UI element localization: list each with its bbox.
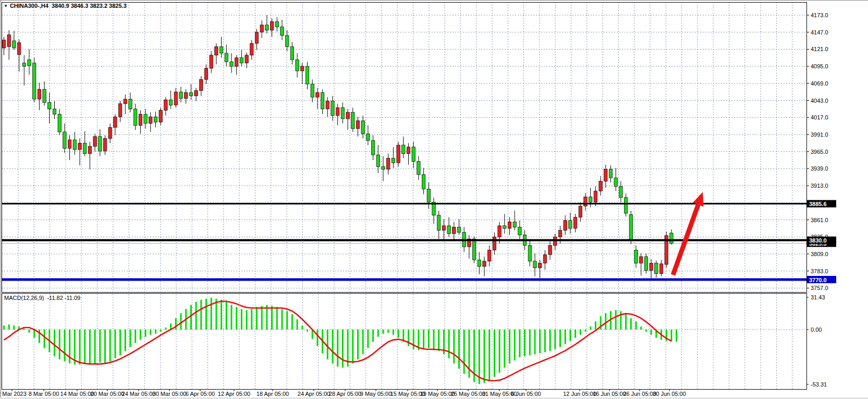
macd-histogram-bar	[297, 319, 298, 330]
candle	[108, 124, 112, 143]
candle	[17, 40, 20, 72]
candle	[331, 96, 334, 121]
macd-histogram-bar	[645, 330, 647, 332]
macd-histogram-bar	[13, 325, 15, 330]
candle	[376, 145, 380, 173]
candle	[230, 53, 233, 73]
macd-tick-label: -53.31	[811, 381, 827, 388]
macd-histogram-bar	[615, 310, 617, 329]
candle	[453, 222, 456, 240]
macd-histogram-bar	[448, 330, 450, 358]
candle	[255, 29, 258, 50]
price-tick-label: 4017.0	[811, 114, 828, 120]
macd-histogram-bar	[160, 330, 162, 332]
candle	[412, 142, 415, 168]
macd-histogram-bar	[282, 309, 283, 329]
candle	[159, 107, 162, 125]
symbol-dropdown-icon[interactable]: ▼	[4, 4, 8, 8]
macd-histogram-bar	[226, 302, 227, 330]
candle	[179, 87, 182, 102]
macd-histogram-bar	[291, 314, 293, 330]
macd-histogram-bar	[387, 330, 389, 333]
candle	[33, 58, 36, 103]
candle	[154, 112, 157, 127]
macd-histogram-bar	[549, 330, 551, 351]
candle	[88, 142, 91, 170]
time-tick-label: 19 May 05:00	[420, 391, 455, 397]
candle	[387, 153, 390, 174]
time-tick-label: 12 Apr 05:00	[218, 391, 250, 397]
candle	[361, 115, 364, 138]
candle	[28, 49, 31, 75]
macd-histogram-bar	[514, 330, 516, 360]
price-tick-label: 4069.0	[811, 80, 828, 87]
macd-histogram-bar	[150, 330, 151, 335]
candle	[427, 183, 430, 209]
macd-histogram-bar	[3, 325, 5, 330]
macd-histogram-bar	[175, 318, 177, 330]
svg-text:3885.6: 3885.6	[809, 201, 827, 207]
candle	[336, 104, 339, 126]
candle	[53, 101, 56, 119]
macd-histogram-bar	[423, 330, 424, 349]
time-tick-label: 14 Mar 05:00	[60, 391, 94, 397]
candle	[539, 260, 542, 278]
macd-histogram-bar	[499, 330, 500, 373]
ohlc-readout: 3840.9 3846.3 3823.2 3825.3	[52, 3, 127, 9]
macd-histogram-bar	[342, 330, 344, 368]
candle	[48, 92, 51, 123]
price-axis[interactable]: 4173.04147.04121.04095.04069.04043.04017…	[806, 12, 836, 291]
macd-name: MACD(12,26,9)	[4, 295, 44, 301]
macd-histogram-bar	[670, 330, 672, 342]
macd-histogram-bar	[488, 330, 490, 381]
candle	[13, 31, 16, 50]
macd-histogram-bar	[433, 330, 435, 349]
candle	[305, 62, 309, 89]
macd-histogram-bar	[89, 330, 91, 365]
macd-histogram-bar	[357, 330, 359, 359]
candle	[235, 55, 238, 75]
macd-histogram-bar	[236, 307, 237, 330]
candle	[275, 17, 278, 32]
candle	[260, 20, 263, 38]
candle	[533, 253, 536, 276]
macd-histogram-bar	[327, 330, 328, 359]
macd-histogram-bar	[8, 324, 10, 330]
price-tick-label: 4095.0	[811, 63, 828, 69]
candle	[599, 176, 602, 196]
macd-histogram-bar	[79, 330, 81, 365]
candle	[326, 97, 329, 117]
price-tick-label: 4147.0	[811, 29, 828, 35]
price-tag-3830.0: 3830.0	[807, 237, 836, 244]
macd-histogram-bar	[479, 330, 480, 384]
macd-axis[interactable]: 31.430.00-53.31	[806, 294, 827, 388]
candle	[650, 259, 653, 278]
chart-canvas[interactable]: 4173.04147.04121.04095.04069.04043.04017…	[0, 0, 868, 399]
macd-histogram-bar	[256, 307, 258, 330]
macd-histogram-bar	[620, 311, 621, 329]
candle	[518, 221, 521, 239]
macd-histogram-bar	[504, 330, 505, 368]
candle	[392, 147, 395, 168]
macd-histogram-bar	[580, 330, 581, 335]
candle	[93, 134, 96, 152]
candle	[619, 181, 622, 202]
macd-histogram-bar	[559, 330, 561, 347]
time-tick-label: 26 Jun 05:00	[623, 391, 656, 397]
macd-histogram-bar	[221, 300, 222, 330]
candle	[604, 165, 607, 188]
macd-histogram-bar	[463, 330, 465, 374]
macd-histogram-bar	[251, 309, 252, 329]
candle	[397, 142, 400, 167]
price-tick-label: 4173.0	[811, 12, 828, 18]
candle	[528, 240, 531, 267]
macd-histogram-bar	[261, 306, 263, 330]
time-tick-label: 25 May 05:00	[451, 391, 486, 397]
time-tick-label: 2 Mar 2023	[0, 391, 27, 397]
macd-histogram-bar	[590, 327, 591, 330]
time-axis[interactable]: 2 Mar 20238 Mar 05:0014 Mar 05:0020 Mar …	[0, 389, 686, 397]
candle	[417, 156, 420, 179]
candle	[346, 109, 349, 130]
macd-histogram-bar	[413, 330, 414, 349]
candle	[194, 88, 198, 101]
